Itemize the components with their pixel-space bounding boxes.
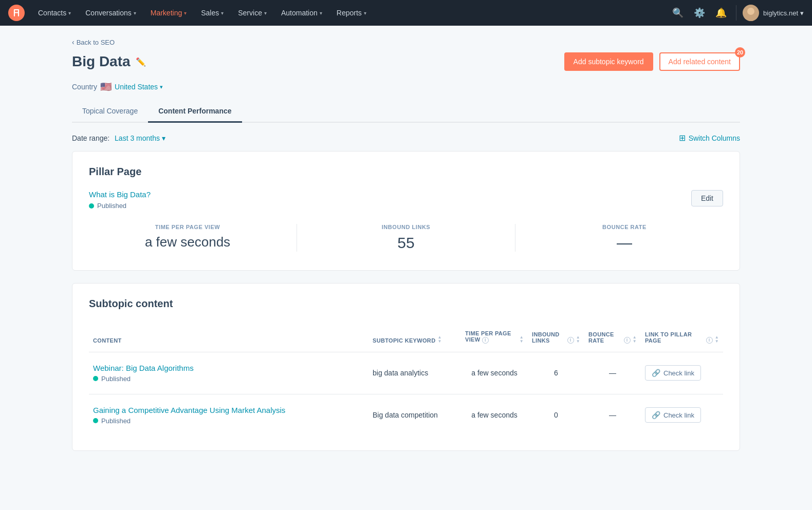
check-link-icon: 🔗 xyxy=(652,369,660,377)
metric-bounce-rate: BOUNCE RATE — xyxy=(526,224,723,252)
country-caret-icon: ▾ xyxy=(160,84,163,90)
row2-bounce: — xyxy=(584,409,641,421)
nav-conversations[interactable]: Conversations▾ xyxy=(78,0,143,26)
row2-check-link-button[interactable]: 🔗 Check link xyxy=(645,407,701,423)
nav-items: Contacts▾ Conversations▾ Marketing▾ Sale… xyxy=(31,0,669,26)
metric-time-per-view: TIME PER PAGE VIEW a few seconds xyxy=(89,224,286,252)
col-bounce-rate[interactable]: BOUNCE RATE i ▲▼ xyxy=(584,327,641,347)
sort-pillar-icon: ▲▼ xyxy=(715,335,719,344)
header-actions: Add subtopic keyword Add related content… xyxy=(564,52,740,71)
edit-title-icon[interactable]: ✏️ xyxy=(136,57,146,67)
filter-row: Date range: Last 3 months ▾ ⊞ Switch Col… xyxy=(72,123,740,151)
nav-marketing[interactable]: Marketing▾ xyxy=(143,0,194,26)
col-time-per-view[interactable]: TIME PER PAGE VIEW i ▲▼ xyxy=(461,327,528,347)
nav-contacts[interactable]: Contacts▾ xyxy=(31,0,78,26)
published-status: Published xyxy=(89,202,151,210)
metric-time-label: TIME PER PAGE VIEW xyxy=(89,224,286,230)
row1-dot-icon xyxy=(93,376,98,381)
nav-automation[interactable]: Automation▾ xyxy=(274,0,329,26)
subtopic-card: Subtopic content CONTENT SUBTOPIC KEYWOR… xyxy=(72,283,740,451)
country-selector[interactable]: United States ▾ xyxy=(115,83,163,91)
row1-title-link[interactable]: Webinar: Big Data Algorithms xyxy=(93,364,194,372)
time-info-icon[interactable]: i xyxy=(482,337,489,344)
tabs-row: Topical Coverage Content Performance xyxy=(72,101,740,123)
avatar[interactable] xyxy=(743,5,759,21)
tab-content-performance[interactable]: Content Performance xyxy=(148,101,242,123)
table-row: Webinar: Big Data Algorithms Published b… xyxy=(89,352,723,394)
row2-dot-icon xyxy=(93,418,98,423)
subtopic-card-title: Subtopic content xyxy=(89,298,723,310)
switch-columns-label: Switch Columns xyxy=(689,134,740,142)
col-keyword[interactable]: SUBTOPIC KEYWORD ▲▼ xyxy=(368,327,461,347)
related-badge: 20 xyxy=(735,47,745,58)
add-related-button[interactable]: Add related content xyxy=(659,52,740,71)
sort-keyword-icon: ▲▼ xyxy=(437,335,441,344)
row1-bounce: — xyxy=(584,367,641,379)
country-name: United States xyxy=(115,83,158,91)
hubspot-logo[interactable] xyxy=(8,5,25,21)
date-range-caret-icon: ▾ xyxy=(162,134,165,142)
country-flag: 🇺🇸 xyxy=(100,81,112,92)
metric-time-value: a few seconds xyxy=(89,234,286,250)
account-name[interactable]: biglytics.net▾ xyxy=(763,9,804,17)
check-link-icon-2: 🔗 xyxy=(652,411,660,419)
country-row: Country 🇺🇸 United States ▾ xyxy=(72,81,740,92)
col-link-to-pillar[interactable]: LINK TO PILLAR PAGE i ▲▼ xyxy=(641,327,723,347)
pillar-page-link[interactable]: What is Big Data? xyxy=(89,190,151,199)
col-content: CONTENT xyxy=(89,327,368,347)
settings-icon[interactable]: ⚙️ xyxy=(691,4,708,22)
sort-links-icon: ▲▼ xyxy=(576,335,580,344)
switch-columns-icon: ⊞ xyxy=(679,133,686,143)
row1-content: Webinar: Big Data Algorithms Published xyxy=(89,362,368,385)
back-link[interactable]: ‹ Back to SEO xyxy=(72,38,740,46)
date-range-value: Last 3 months xyxy=(115,134,160,142)
published-label: Published xyxy=(97,202,126,210)
notifications-icon[interactable]: 🔔 xyxy=(712,4,730,22)
title-area: Big Data ✏️ xyxy=(72,53,146,70)
bounce-info-icon[interactable]: i xyxy=(624,337,631,344)
switch-columns-button[interactable]: ⊞ Switch Columns xyxy=(679,133,740,143)
metric-divider-2 xyxy=(515,224,515,252)
links-info-icon[interactable]: i xyxy=(567,337,574,344)
pillar-metrics-row: TIME PER PAGE VIEW a few seconds INBOUND… xyxy=(89,214,723,256)
row1-status: Published xyxy=(93,375,364,383)
pillar-link-row: What is Big Data? Published Edit xyxy=(89,190,723,210)
breadcrumb-text: Back to SEO xyxy=(77,39,115,46)
pillar-page-card: Pillar Page What is Big Data? Published … xyxy=(72,151,740,271)
back-arrow-icon: ‹ xyxy=(72,38,75,46)
top-nav: Contacts▾ Conversations▾ Marketing▾ Sale… xyxy=(0,0,812,26)
metric-links-value: 55 xyxy=(307,234,505,252)
subtopic-table-header: CONTENT SUBTOPIC KEYWORD ▲▼ TIME PER PAG… xyxy=(89,322,723,352)
pillar-info-icon[interactable]: i xyxy=(706,337,713,344)
date-range-filter: Date range: Last 3 months ▾ xyxy=(72,134,165,142)
row1-check-link-button[interactable]: 🔗 Check link xyxy=(645,365,701,381)
add-related-wrapper: Add related content 20 xyxy=(659,52,740,71)
nav-sales[interactable]: Sales▾ xyxy=(194,0,231,26)
row2-title-link[interactable]: Gaining a Competitive Advantage Using Ma… xyxy=(93,406,285,414)
nav-service[interactable]: Service▾ xyxy=(231,0,274,26)
tab-topical-coverage[interactable]: Topical Coverage xyxy=(72,101,148,123)
date-range-selector[interactable]: Last 3 months ▾ xyxy=(115,134,165,142)
table-row: Gaining a Competitive Advantage Using Ma… xyxy=(89,394,723,436)
page-title: Big Data xyxy=(72,53,131,70)
page-content: ‹ Back to SEO Big Data ✏️ Add subtopic k… xyxy=(51,26,761,476)
pillar-edit-button[interactable]: Edit xyxy=(691,190,723,206)
metric-bounce-value: — xyxy=(526,234,723,252)
row2-link-action: 🔗 Check link xyxy=(641,405,723,425)
pillar-content-info: What is Big Data? Published xyxy=(89,190,151,210)
metric-bounce-label: BOUNCE RATE xyxy=(526,224,723,230)
search-icon[interactable]: 🔍 xyxy=(669,4,687,22)
svg-point-1 xyxy=(747,8,754,15)
published-dot-icon xyxy=(89,203,94,209)
sort-bounce-icon: ▲▼ xyxy=(633,335,637,344)
svg-point-2 xyxy=(745,15,757,21)
country-label: Country xyxy=(72,83,97,91)
nav-divider xyxy=(736,5,736,21)
row2-keyword: Big data competition xyxy=(368,409,461,421)
row2-status-label: Published xyxy=(101,417,131,425)
page-header: Big Data ✏️ Add subtopic keyword Add rel… xyxy=(72,52,740,71)
metric-inbound-links: INBOUND LINKS 55 xyxy=(307,224,505,252)
col-inbound-links[interactable]: INBOUND LINKS i ▲▼ xyxy=(528,327,584,347)
add-subtopic-button[interactable]: Add subtopic keyword xyxy=(564,52,653,71)
nav-reports[interactable]: Reports▾ xyxy=(329,0,374,26)
